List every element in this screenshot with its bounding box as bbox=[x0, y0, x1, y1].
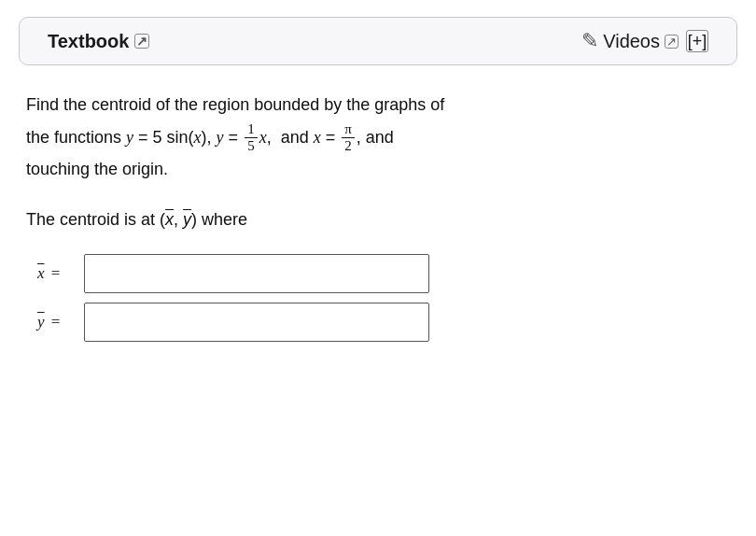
ybar-row: y = bbox=[37, 303, 730, 342]
x2: x bbox=[259, 120, 267, 157]
xbar-input[interactable] bbox=[84, 254, 429, 293]
inputs-area: x = y = bbox=[26, 254, 730, 342]
eq3: = bbox=[321, 120, 341, 157]
frac1-den: 5 bbox=[245, 138, 258, 154]
plus-button[interactable]: [+] bbox=[686, 30, 708, 52]
videos-link[interactable]: ✎ Videos ↗ bbox=[581, 29, 679, 53]
y2: y bbox=[217, 120, 224, 157]
comma-and: , and bbox=[267, 120, 314, 157]
x-bar-text: x bbox=[165, 210, 174, 229]
close1: ), bbox=[202, 120, 217, 157]
centroid-statement: The centroid is at (x, y) where bbox=[26, 206, 730, 233]
y-bar-text: y bbox=[183, 210, 191, 229]
centroid-comma: , bbox=[174, 210, 183, 229]
problem-content: Find the centroid of the region bounded … bbox=[0, 65, 756, 342]
fraction2: π 2 bbox=[342, 121, 355, 153]
centroid-suffix: ) where bbox=[191, 210, 247, 229]
eq1: = 5 sin( bbox=[133, 120, 194, 157]
x3: x bbox=[314, 120, 321, 157]
frac1-num: 1 bbox=[245, 121, 258, 138]
centroid-prefix: The centroid is at ( bbox=[26, 210, 165, 229]
line2-start: the functions bbox=[26, 120, 126, 157]
fraction1: 1 5 bbox=[245, 121, 258, 153]
top-bar: Textbook ↗ ✎ Videos ↗ [+] bbox=[19, 17, 737, 65]
ybar-equals: = bbox=[48, 309, 61, 334]
y1: y bbox=[126, 120, 133, 157]
textbook-link[interactable]: Textbook ↗ bbox=[48, 31, 149, 52]
ybar-overline: y bbox=[37, 309, 45, 334]
problem-line2: the functions y = 5 sin( x ), y = 1 5 x … bbox=[26, 120, 730, 157]
problem-line3: touching the origin. bbox=[26, 156, 730, 184]
xbar-overline: x bbox=[37, 261, 45, 286]
videos-pencil-icon: ✎ bbox=[581, 29, 598, 53]
xbar-row: x = bbox=[37, 254, 730, 293]
videos-section: ✎ Videos ↗ [+] bbox=[581, 29, 708, 53]
ybar-input[interactable] bbox=[84, 303, 429, 342]
problem-line1: Find the centroid of the region bounded … bbox=[26, 92, 730, 120]
frac2-num: π bbox=[342, 121, 355, 138]
videos-label: Videos bbox=[603, 31, 660, 52]
xbar-equals: = bbox=[48, 261, 61, 286]
comma2: , and bbox=[357, 120, 394, 157]
textbook-label: Textbook bbox=[48, 31, 129, 52]
frac2-den: 2 bbox=[342, 138, 355, 154]
xbar-label: x = bbox=[37, 261, 75, 286]
problem-statement: Find the centroid of the region bounded … bbox=[26, 92, 730, 184]
eq2: = bbox=[224, 120, 244, 157]
videos-external-icon: ↗ bbox=[665, 35, 679, 49]
textbook-external-icon: ↗ bbox=[134, 34, 149, 49]
x1: x bbox=[194, 120, 202, 157]
ybar-label: y = bbox=[37, 309, 75, 334]
